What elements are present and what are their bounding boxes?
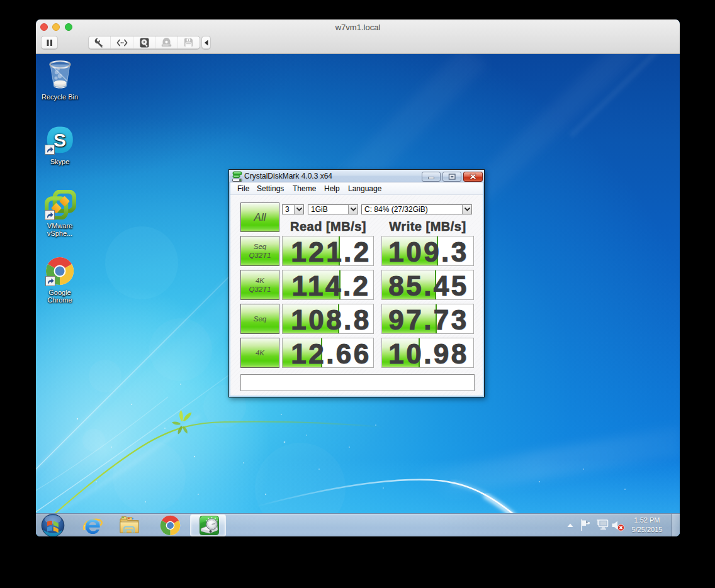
svg-text:S: S: [53, 130, 66, 150]
